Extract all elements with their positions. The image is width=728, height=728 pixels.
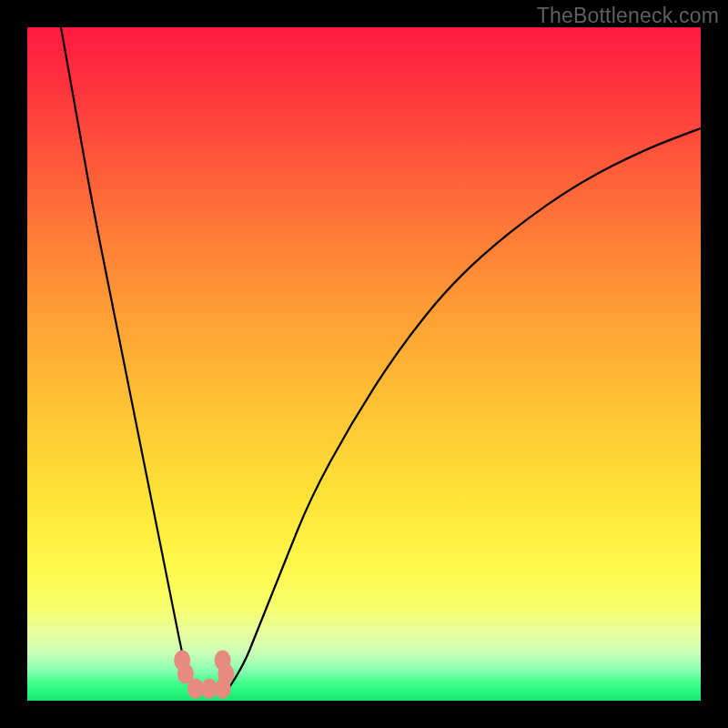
right-curve — [229, 128, 701, 687]
left-curve — [61, 27, 196, 687]
chart-frame: TheBottleneck.com — [0, 0, 728, 728]
watermark-text: TheBottleneck.com — [537, 4, 719, 28]
minimum-blobs — [174, 651, 234, 699]
minimum-blob — [215, 679, 231, 699]
curve-layer — [27, 27, 701, 701]
plot-area — [27, 27, 701, 701]
